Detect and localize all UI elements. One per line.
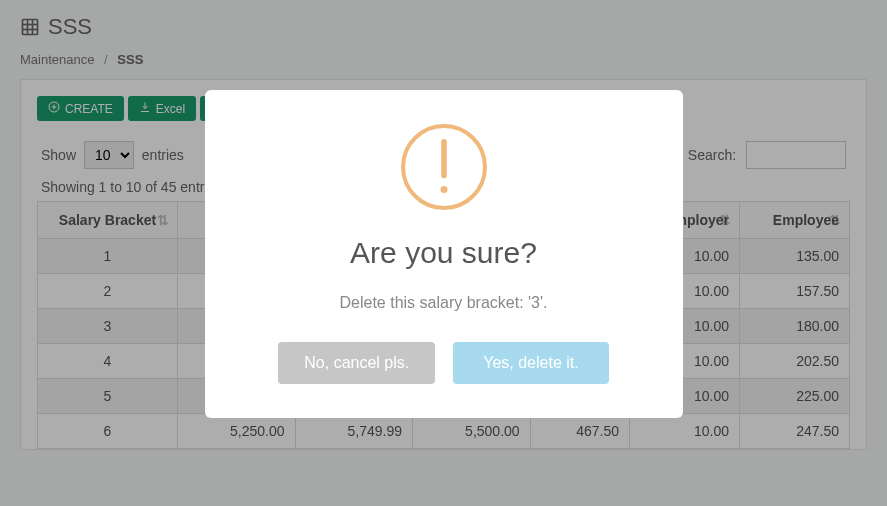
modal-title: Are you sure?: [235, 236, 653, 270]
warning-icon: [401, 124, 487, 210]
modal-overlay[interactable]: Are you sure? Delete this salary bracket…: [0, 0, 887, 506]
confirm-modal: Are you sure? Delete this salary bracket…: [205, 90, 683, 418]
cancel-button[interactable]: No, cancel pls.: [278, 342, 435, 384]
svg-point-9: [440, 186, 447, 193]
modal-message: Delete this salary bracket: '3'.: [235, 294, 653, 312]
confirm-button[interactable]: Yes, delete it.: [453, 342, 608, 384]
